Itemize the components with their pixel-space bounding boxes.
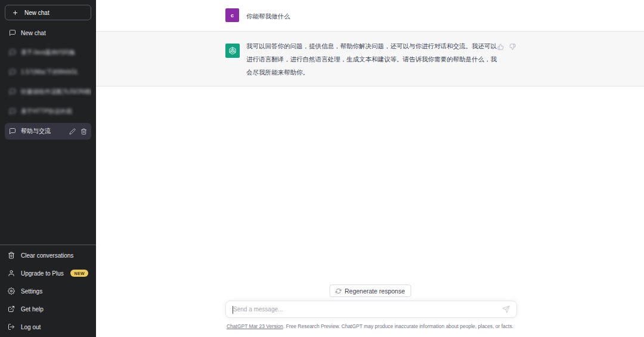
chat-bubble-icon: [9, 49, 16, 56]
regenerate-label: Regenerate response: [345, 287, 405, 295]
person-icon: [8, 270, 15, 277]
history-item-3[interactable]: 轻量级组件适配为JSON模式工具: [5, 84, 91, 100]
history-item-actions: [69, 123, 87, 140]
history-item-label: 1.5与Mac下的WebGL: [21, 68, 79, 76]
history-item-4[interactable]: 基于HTTP协议外观: [5, 103, 91, 120]
menu-item-label: Log out: [21, 324, 41, 330]
chat-bubble-icon: [9, 29, 16, 36]
menu-item-label: Upgrade to Plus: [21, 270, 64, 277]
trash-icon: [8, 252, 15, 259]
history-item-2[interactable]: 1.5与Mac下的WebGL: [5, 64, 91, 81]
plus-icon: [12, 10, 18, 16]
chatgpt-app: New chat New chat 基于Java案例代码集 1.5与Mac下的W…: [0, 0, 644, 337]
upgrade-to-plus-button[interactable]: Upgrade to Plus NEW: [5, 264, 91, 282]
new-chat-label: New chat: [24, 10, 49, 16]
chat-bubble-icon: [9, 88, 16, 95]
chat-bubble-icon: [9, 69, 16, 76]
message-input-container: [225, 301, 517, 318]
footer-text: . Free Research Preview. ChatGPT may pro…: [283, 323, 513, 329]
message-input[interactable]: [226, 301, 516, 317]
history-item-label: 基于HTTP协议外观: [21, 107, 72, 116]
external-link-icon: [8, 305, 15, 313]
refresh-icon: [335, 288, 341, 294]
regenerate-response-button[interactable]: Regenerate response: [329, 285, 411, 297]
thumbs-up-icon[interactable]: [497, 44, 504, 50]
log-out-button[interactable]: Log out: [5, 318, 91, 336]
message-feedback: [497, 44, 516, 50]
user-avatar: c: [225, 8, 239, 22]
trash-icon[interactable]: [80, 128, 87, 135]
clear-conversations-button[interactable]: Clear conversations: [5, 246, 91, 264]
menu-item-label: Get help: [21, 306, 44, 313]
footer-disclaimer: ChatGPT Mar 23 Version. Free Research Pr…: [96, 323, 644, 329]
sidebar-menu: Clear conversations Upgrade to Plus NEW …: [0, 245, 96, 336]
history-item-label: 帮助与交流: [21, 127, 51, 135]
user-message-row: c 你能帮我做什么: [96, 0, 644, 31]
thumbs-down-icon[interactable]: [509, 44, 516, 50]
version-link[interactable]: ChatGPT Mar 23 Version: [227, 323, 283, 329]
history-item-label: 基于Java案例代码集: [21, 48, 75, 57]
chat-bubble-icon: [9, 128, 16, 135]
menu-item-label: Settings: [21, 288, 42, 295]
assistant-message-row: 我可以回答你的问题，提供信息，帮助你解决问题，还可以与你进行对话和交流。我还可以…: [96, 31, 644, 86]
user-message-text: 你能帮我做什么: [246, 13, 290, 21]
chat-history-list: New chat 基于Java案例代码集 1.5与Mac下的WebGL 轻量级组…: [5, 24, 91, 140]
chat-main: c 你能帮我做什么 我可以回答你的问题，提供信息，帮助你解决问题，还可以与你进行…: [96, 0, 644, 337]
history-item-help-chat[interactable]: 帮助与交流: [5, 123, 91, 140]
text-caret: [233, 306, 233, 314]
chatgpt-logo-icon: [225, 44, 240, 58]
menu-item-label: Clear conversations: [21, 252, 73, 259]
chat-bubble-icon: [9, 108, 16, 115]
sidebar: New chat New chat 基于Java案例代码集 1.5与Mac下的W…: [0, 0, 96, 337]
settings-button[interactable]: Settings: [5, 282, 91, 300]
get-help-button[interactable]: Get help: [5, 300, 91, 318]
logout-icon: [8, 323, 15, 330]
assistant-message-text: 我可以回答你的问题，提供信息，帮助你解决问题，还可以与你进行对话和交流。我还可以…: [246, 39, 503, 79]
history-item-1[interactable]: 基于Java案例代码集: [5, 44, 91, 61]
new-chat-button[interactable]: New chat: [5, 5, 91, 20]
history-item-label: 轻量级组件适配为JSON模式工具: [21, 88, 91, 96]
history-item-new-chat[interactable]: New chat: [5, 24, 91, 41]
history-item-label: New chat: [21, 30, 46, 36]
send-icon[interactable]: [502, 305, 510, 313]
new-badge: NEW: [70, 270, 88, 277]
gear-icon: [8, 287, 15, 295]
pencil-icon[interactable]: [69, 128, 76, 135]
